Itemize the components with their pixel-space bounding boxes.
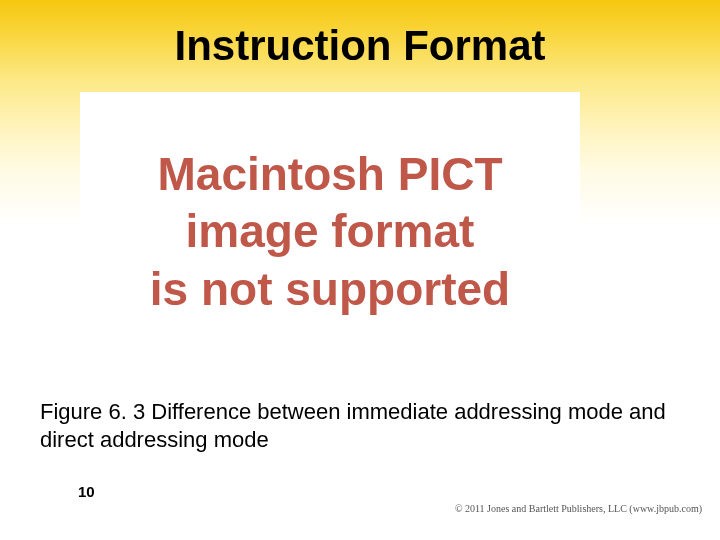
- pict-placeholder: Macintosh PICT image format is not suppo…: [80, 92, 580, 372]
- pict-placeholder-line-3: is not supported: [150, 261, 510, 319]
- slide: Instruction Format Macintosh PICT image …: [0, 0, 720, 540]
- copyright-notice: © 2011 Jones and Bartlett Publishers, LL…: [451, 503, 702, 514]
- slide-title: Instruction Format: [0, 22, 720, 70]
- pict-placeholder-line-1: Macintosh PICT: [157, 146, 502, 204]
- page-number: 10: [78, 483, 95, 500]
- pict-placeholder-line-2: image format: [186, 203, 475, 261]
- figure-caption: Figure 6. 3 Difference between immediate…: [40, 398, 680, 453]
- copyright-text: © 2011 Jones and Bartlett Publishers, LL…: [455, 503, 702, 514]
